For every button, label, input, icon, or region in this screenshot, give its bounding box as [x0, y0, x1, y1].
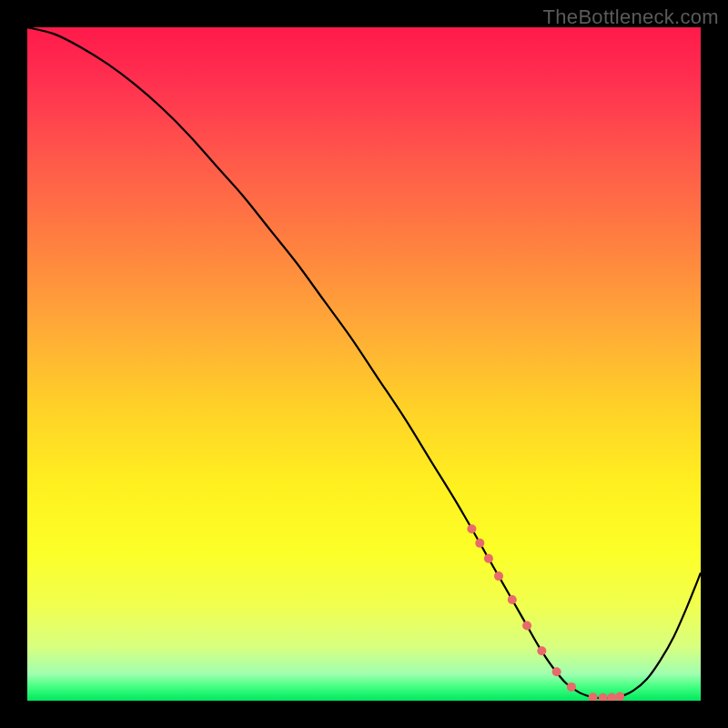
bottleneck-curve: [27, 27, 701, 698]
curve-marker-dot: [494, 571, 503, 581]
watermark-text: TheBottleneck.com: [543, 5, 719, 29]
curve-marker-dot: [522, 621, 531, 630]
curve-marker-dot: [589, 693, 598, 701]
curve-marker-dot: [537, 646, 546, 655]
curve-marker-dot: [475, 539, 484, 548]
curve-marker-dot: [567, 682, 576, 692]
curve-marker-dot: [607, 693, 616, 701]
curve-marker-dot: [615, 693, 624, 701]
curve-marker-dot: [467, 524, 476, 533]
plot-area: [27, 27, 701, 701]
curve-marker-dot: [508, 595, 517, 604]
curve-marker-dot: [599, 693, 608, 701]
curve-marker-dot: [484, 554, 493, 563]
curve-marker-dot: [552, 667, 561, 676]
curve-svg: [27, 27, 701, 701]
chart-container: TheBottleneck.com: [0, 0, 728, 728]
